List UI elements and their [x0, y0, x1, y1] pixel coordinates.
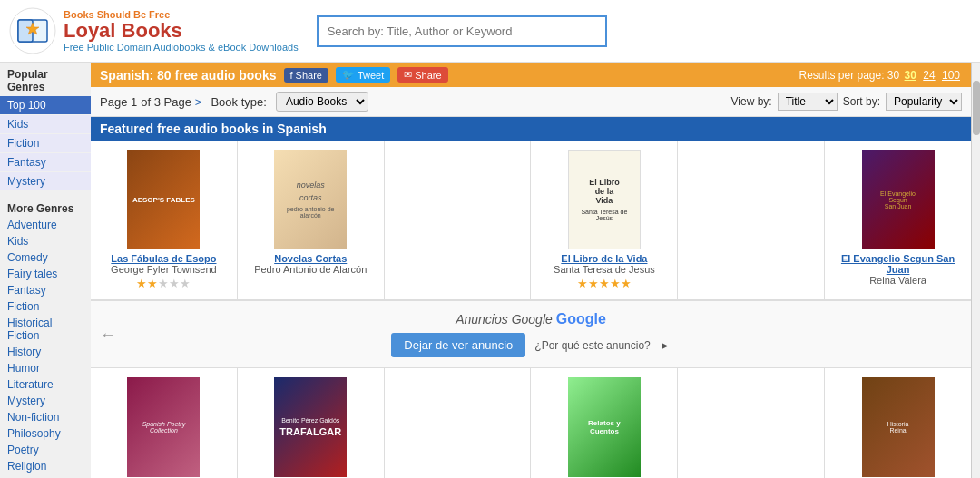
search-box[interactable] [317, 15, 607, 47]
share-facebook-button[interactable]: f Share [284, 68, 328, 83]
orange-banner: Spanish: 80 free audio books f Share 🐦 T… [91, 63, 971, 87]
book-cell-poetry: Spanish Poetry Collection Spanish Poetry… [91, 368, 238, 478]
share2-icon: ✉ [404, 69, 412, 81]
results-per-page: Results per page: 30 30 24 100 [799, 69, 962, 82]
book-cell-empty1 [385, 141, 532, 299]
book-cover-novelas: novelas cortas pedro antonio de alarcón [274, 150, 347, 249]
book-cover-trafalgar: Benito Pérez Galdós TRAFALGAR [274, 377, 347, 477]
right-scrollbar[interactable] [971, 63, 980, 478]
sidebar-item-kids2[interactable]: Kids [0, 233, 91, 249]
sidebar-item-literature[interactable]: Literature [0, 376, 91, 393]
google-brand: Google [556, 311, 606, 327]
book-cell-historia: Historia Reina Historia de la célebre Re… [825, 368, 971, 478]
logo-area: Books Should Be Free Loyal Books Free Pu… [9, 7, 299, 54]
book-type-select[interactable]: Audio Books eBooks [276, 92, 368, 112]
book-stars-libro: ★★★★★ [577, 277, 632, 290]
book-title-libro[interactable]: El Libro de la Vida [561, 253, 647, 264]
sidebar: Popular Genres Top 100 Kids Fiction Fant… [0, 63, 91, 478]
view-by-label: View by: [731, 95, 772, 108]
ad-section: ← Anuncios Google Google Dejar de ver an… [91, 300, 971, 368]
ad-buttons-row: Dejar de ver anuncio ¿Por qué este anunc… [391, 333, 670, 357]
banner-title: Spanish: 80 free audio books [100, 68, 277, 83]
book-cover-libro: El Libro de la Vida Santa Teresa de Jesú… [568, 150, 641, 249]
page-nav: Page 1 of 3 Page > Book type: Audio Book… [91, 87, 971, 117]
book-author-libro: Santa Teresa de Jesus [554, 264, 655, 275]
sidebar-item-nonfiction[interactable]: Non-fiction [0, 409, 91, 425]
results-100-link[interactable]: 100 [942, 69, 960, 82]
book-cell-trafalgar: Benito Pérez Galdós TRAFALGAR Trafalgar … [238, 368, 385, 478]
book-author-novelas: Pedro Antonio de Alarcón [254, 264, 367, 275]
page-of-3: of 3 Page [141, 95, 191, 109]
sidebar-item-fiction[interactable]: Fiction [0, 134, 91, 152]
results-24-link[interactable]: 24 [923, 69, 935, 82]
view-by-select[interactable]: Title Author [778, 93, 838, 111]
ad-arrow[interactable]: ← [100, 325, 116, 344]
scroll-thumb[interactable] [973, 81, 980, 135]
main-layout: Popular Genres Top 100 Kids Fiction Fant… [0, 63, 980, 478]
book-title-aesop[interactable]: Las Fábulas de Esopo [111, 253, 216, 264]
book-cell-empty4 [678, 368, 825, 478]
sidebar-item-mystery2[interactable]: Mystery [0, 393, 91, 409]
content-area: Spanish: 80 free audio books f Share 🐦 T… [91, 63, 971, 478]
book-row-1: AESOP'S FABLES Las Fábulas de Esopo Geor… [91, 141, 971, 300]
sidebar-item-humor[interactable]: Humor [0, 360, 91, 376]
por-que-arrow-icon: ► [660, 339, 671, 352]
book-author-aesop: George Fyler Townsend [111, 264, 217, 275]
logo-text: Books Should Be Free Loyal Books Free Pu… [64, 9, 299, 53]
book-stars-aesop: ★★★★★ [136, 277, 191, 290]
tweet-button[interactable]: 🐦 Tweet [336, 67, 390, 83]
book-cover-evangelio: El Evangelio Segun San Juan [862, 150, 935, 249]
sidebar-item-top100[interactable]: Top 100 [0, 96, 91, 114]
sidebar-item-fantasy[interactable]: Fantasy [0, 153, 91, 171]
logo-subtitle: Free Public Domain Audiobooks & eBook Do… [64, 42, 299, 53]
sidebar-item-religion[interactable]: Religion [0, 458, 91, 474]
sidebar-item-historical[interactable]: Historical Fiction [0, 315, 91, 344]
sidebar-item-comedy[interactable]: Comedy [0, 249, 91, 266]
twitter-icon: 🐦 [342, 69, 355, 81]
logo-title: Loyal Books [64, 20, 299, 42]
featured-heading: Featured free audio books in Spanish [91, 117, 971, 141]
sidebar-item-romance[interactable]: Romance [0, 474, 91, 478]
page-number: Page 1 [100, 95, 137, 109]
dejar-ver-button[interactable]: Dejar de ver anuncio [391, 333, 525, 357]
google-ad-text: Anuncios Google Google [456, 311, 606, 327]
book-cell-empty2 [678, 141, 825, 299]
book-cell-relatos: Relatos y Cuentos Relatos y Cuentos Vari… [531, 368, 678, 478]
sidebar-item-history[interactable]: History [0, 344, 91, 360]
sort-by-label: Sort by: [843, 95, 880, 108]
book-cell-empty3 [385, 368, 532, 478]
book-row-2: Spanish Poetry Collection Spanish Poetry… [91, 368, 971, 478]
book-cell-aesop: AESOP'S FABLES Las Fábulas de Esopo Geor… [91, 141, 238, 299]
book-cover-aesop: AESOP'S FABLES [127, 150, 200, 249]
book-cell-libro: El Libro de la Vida Santa Teresa de Jesú… [531, 141, 678, 299]
share2-button[interactable]: ✉ Share [397, 67, 447, 83]
sidebar-item-fiction2[interactable]: Fiction [0, 298, 91, 315]
search-input[interactable] [317, 15, 607, 47]
book-cell-novelas: novelas cortas pedro antonio de alarcón … [238, 141, 385, 299]
book-title-novelas[interactable]: Novelas Cortas [274, 253, 347, 264]
facebook-icon: f [290, 70, 293, 81]
header: Books Should Be Free Loyal Books Free Pu… [0, 0, 980, 63]
book-title-evangelio[interactable]: El Evangelio Segun San Juan [834, 253, 962, 275]
results-30-link[interactable]: 30 [905, 69, 916, 82]
page-info: Page 1 of 3 Page > [100, 95, 201, 109]
sidebar-item-kids[interactable]: Kids [0, 115, 91, 133]
sort-by-select[interactable]: Popularity Newest Title [886, 93, 962, 111]
book-cell-evangelio: El Evangelio Segun San Juan El Evangelio… [825, 141, 971, 299]
book-type-label: Book type: [211, 95, 266, 109]
sidebar-item-mystery[interactable]: Mystery [0, 172, 91, 190]
more-genres-title: More Genres [0, 199, 91, 217]
book-cover-historia: Historia Reina [862, 377, 935, 477]
book-cover-relatos: Relatos y Cuentos [568, 377, 641, 477]
page-next-link[interactable]: > [195, 95, 202, 109]
popular-genres-title: Popular Genres [0, 63, 91, 96]
book-cover-poetry: Spanish Poetry Collection [127, 377, 200, 477]
sidebar-item-fairy[interactable]: Fairy tales [0, 266, 91, 282]
book-author-evangelio: Reina Valera [869, 275, 926, 286]
logo-icon [9, 7, 56, 54]
sidebar-item-poetry[interactable]: Poetry [0, 442, 91, 458]
sidebar-item-fantasy2[interactable]: Fantasy [0, 282, 91, 298]
sidebar-item-adventure[interactable]: Adventure [0, 217, 91, 233]
por-que-button[interactable]: ¿Por qué este anuncio? [534, 339, 650, 352]
sidebar-item-philosophy[interactable]: Philosophy [0, 425, 91, 442]
